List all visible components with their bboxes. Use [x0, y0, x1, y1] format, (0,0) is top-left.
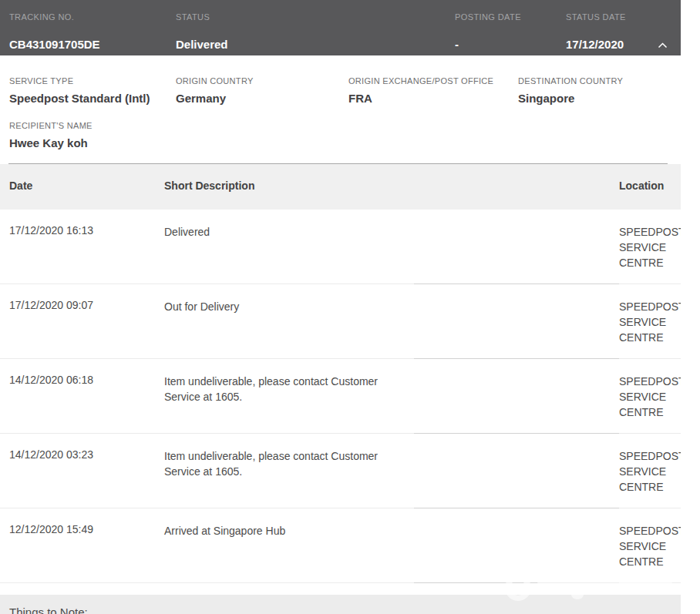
event-location: SPEEDPOST SERVICE CENTRE: [619, 523, 681, 569]
event-description: Item undeliverable, please contact Custo…: [164, 374, 395, 404]
event-description: Item undeliverable, please contact Custo…: [164, 448, 395, 479]
history-table-header: Date Short Description Location: [0, 164, 681, 210]
status-date-label: STATUS DATE: [566, 12, 626, 22]
event-description: Out for Delivery: [164, 299, 395, 314]
recipient-name-value: Hwee Kay koh: [9, 136, 88, 149]
event-location: SPEEDPOST SERVICE CENTRE: [619, 374, 681, 420]
tracking-event-row: 17/12/2020 09:07 Out for Delivery SPEEDP…: [0, 284, 681, 359]
status-date-value: 17/12/2020: [566, 38, 624, 51]
origin-country-label: ORIGIN COUNTRY: [176, 76, 254, 86]
origin-exchange-label: ORIGIN EXCHANGE/POST OFFICE: [348, 76, 493, 86]
column-header-date: Date: [9, 180, 32, 192]
event-date: 12/12/2020 15:49: [9, 523, 156, 535]
tracking-event-row: 14/12/2020 03:23 Item undeliverable, ple…: [0, 434, 681, 508]
origin-country-value: Germany: [176, 92, 226, 105]
status-value: Delivered: [176, 38, 228, 51]
service-type-value: Speedpost Standard (Intl): [9, 92, 150, 105]
collapse-button[interactable]: [652, 37, 672, 52]
destination-country-label: DESTINATION COUNTRY: [518, 76, 623, 86]
column-header-location: Location: [619, 180, 664, 192]
event-date: 14/12/2020 03:23: [9, 448, 156, 461]
chevron-up-icon: [658, 39, 668, 51]
event-location: SPEEDPOST SERVICE CENTRE: [619, 224, 681, 270]
event-date: 17/12/2020 09:07: [9, 299, 156, 311]
tracking-event-row: 17/12/2020 16:13 Delivered SPEEDPOST SER…: [0, 210, 681, 284]
column-header-description: Short Description: [164, 180, 254, 192]
tracking-summary-bar[interactable]: TRACKING NO. STATUS POSTING DATE STATUS …: [0, 0, 681, 55]
things-to-note-title: Things to Note:: [9, 606, 88, 614]
status-label: STATUS: [176, 12, 210, 22]
tracking-no-value: CB431091705DE: [9, 38, 100, 51]
history-table-body: 17/12/2020 16:13 Delivered SPEEDPOST SER…: [0, 210, 681, 583]
tracking-result-card: TRACKING NO. STATUS POSTING DATE STATUS …: [0, 0, 681, 614]
tracking-event-row: 14/12/2020 06:18 Item undeliverable, ple…: [0, 359, 681, 434]
posting-date-label: POSTING DATE: [455, 12, 521, 22]
row-separator: [414, 582, 619, 583]
service-type-label: SERVICE TYPE: [9, 76, 73, 86]
event-location: SPEEDPOST SERVICE CENTRE: [619, 299, 681, 345]
destination-country-value: Singapore: [518, 92, 574, 105]
origin-exchange-value: FRA: [348, 92, 372, 105]
tracking-no-label: TRACKING NO.: [9, 12, 74, 22]
event-description: Arrived at Singapore Hub: [164, 523, 395, 539]
event-description: Delivered: [164, 224, 395, 240]
event-date: 17/12/2020 16:13: [9, 224, 156, 237]
event-date: 14/12/2020 06:18: [9, 374, 156, 386]
tracking-event-row: 12/12/2020 15:49 Arrived at Singapore Hu…: [0, 508, 681, 583]
event-location: SPEEDPOST SERVICE CENTRE: [619, 448, 681, 495]
posting-date-value: -: [455, 38, 459, 51]
recipient-name-label: RECIPIENT'S NAME: [9, 121, 93, 130]
things-to-note-band: Things to Note:: [0, 595, 681, 614]
